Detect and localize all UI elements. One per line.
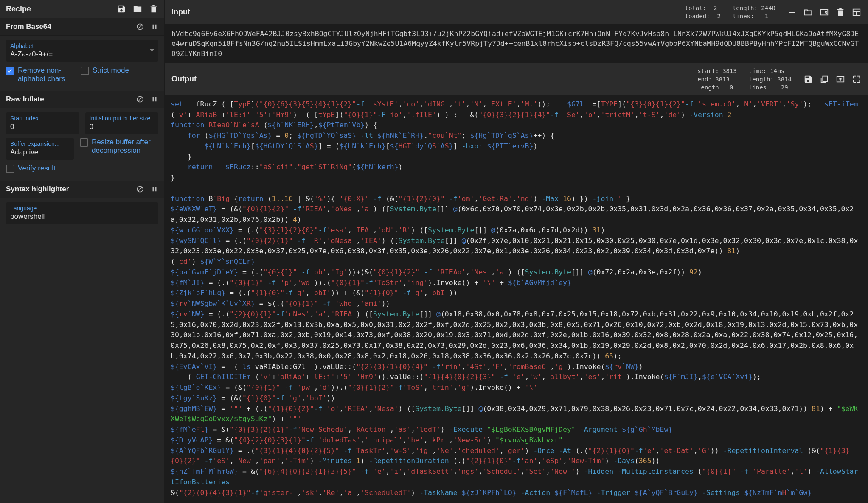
move-output-icon[interactable] bbox=[836, 75, 845, 84]
copy-output-icon[interactable] bbox=[820, 75, 829, 84]
verify-result-checkbox[interactable]: Verify result bbox=[6, 164, 56, 173]
start-index-field[interactable]: Start index 0 bbox=[6, 112, 79, 134]
disable-icon[interactable] bbox=[136, 23, 144, 31]
input-stats-right: length: 2440 lines: 1 bbox=[733, 4, 775, 20]
recipe-title: Recipe bbox=[6, 5, 31, 14]
trash-icon[interactable] bbox=[149, 4, 158, 14]
folder-icon[interactable] bbox=[133, 4, 142, 14]
alphabet-label: Alphabet bbox=[10, 42, 53, 49]
input-stats-left: total: 2 loaded: 2 bbox=[685, 4, 721, 20]
buffer-expansion-field[interactable]: Buffer expansion... Adaptive bbox=[6, 138, 74, 160]
reset-layout-icon[interactable] bbox=[852, 8, 861, 17]
save-icon[interactable] bbox=[117, 4, 126, 14]
op-title: Raw Inflate bbox=[6, 95, 44, 103]
input-title: Input bbox=[171, 8, 190, 17]
pause-icon[interactable] bbox=[151, 23, 158, 31]
recipe-header: Recipe bbox=[0, 0, 164, 18]
open-folder-icon[interactable] bbox=[803, 8, 813, 17]
svg-line-9 bbox=[138, 187, 143, 192]
clear-input-icon[interactable] bbox=[836, 8, 845, 17]
svg-rect-6 bbox=[153, 97, 154, 102]
resize-buffer-checkbox[interactable]: Resize buffer after decompression bbox=[80, 138, 158, 160]
op-title: Syntax highlighter bbox=[6, 185, 69, 193]
strict-mode-checkbox[interactable]: Strict mode bbox=[81, 66, 129, 83]
op-body-inflate: Start index 0 Initial output buffer size… bbox=[0, 108, 164, 181]
language-field[interactable]: Language powershell bbox=[6, 202, 158, 224]
remove-nonalpha-checkbox[interactable]: ✓ Remove non-alphabet chars bbox=[6, 66, 73, 83]
svg-rect-10 bbox=[153, 187, 154, 192]
svg-rect-2 bbox=[153, 25, 154, 29]
svg-line-5 bbox=[138, 97, 143, 102]
svg-rect-11 bbox=[155, 187, 157, 192]
chevron-down-icon bbox=[150, 49, 154, 52]
op-header-syntax[interactable]: Syntax highlighter bbox=[0, 181, 164, 198]
input-header: Input total: 2 loaded: 2 length: 2440 li… bbox=[165, 0, 868, 25]
output-stats-2: time: 14ms length: 3814 lines: 29 bbox=[749, 67, 792, 91]
svg-rect-3 bbox=[155, 25, 157, 29]
pause-icon[interactable] bbox=[151, 95, 158, 103]
op-title: From Base64 bbox=[6, 22, 51, 31]
maximize-icon[interactable] bbox=[852, 75, 861, 84]
buffer-size-field[interactable]: Initial output buffer size 0 bbox=[85, 112, 159, 134]
input-text[interactable]: hVdtc9q6Ev6eX6FhODWeFA42BJJ0zsyBxhBOgCTY… bbox=[165, 25, 868, 63]
svg-line-1 bbox=[138, 25, 143, 29]
disable-icon[interactable] bbox=[136, 95, 144, 103]
alphabet-value: A-Za-z0-9+/= bbox=[10, 50, 53, 59]
disable-icon[interactable] bbox=[136, 185, 144, 193]
output-title: Output bbox=[171, 75, 197, 84]
op-body-base64: Alphabet A-Za-z0-9+/= ✓ Remove non-alpha… bbox=[0, 36, 164, 91]
alphabet-field[interactable]: Alphabet A-Za-z0-9+/= bbox=[6, 40, 158, 62]
open-file-icon[interactable] bbox=[820, 8, 829, 17]
add-tab-icon[interactable] bbox=[787, 8, 797, 17]
save-output-icon[interactable] bbox=[803, 75, 813, 84]
pause-icon[interactable] bbox=[151, 185, 158, 193]
output-text[interactable]: set fRucZ ( [TypE]("{0}{6}{3}{5}{4}{1}{2… bbox=[165, 96, 868, 503]
svg-rect-7 bbox=[155, 97, 157, 102]
op-body-syntax: Language powershell bbox=[0, 198, 164, 232]
op-header-inflate[interactable]: Raw Inflate bbox=[0, 91, 164, 108]
output-stats-1: start: 3813 end: 3813 length: 0 bbox=[697, 67, 737, 91]
op-header-base64[interactable]: From Base64 bbox=[0, 18, 164, 36]
output-header: Output start: 3813 end: 3813 length: 0 t… bbox=[165, 63, 868, 96]
